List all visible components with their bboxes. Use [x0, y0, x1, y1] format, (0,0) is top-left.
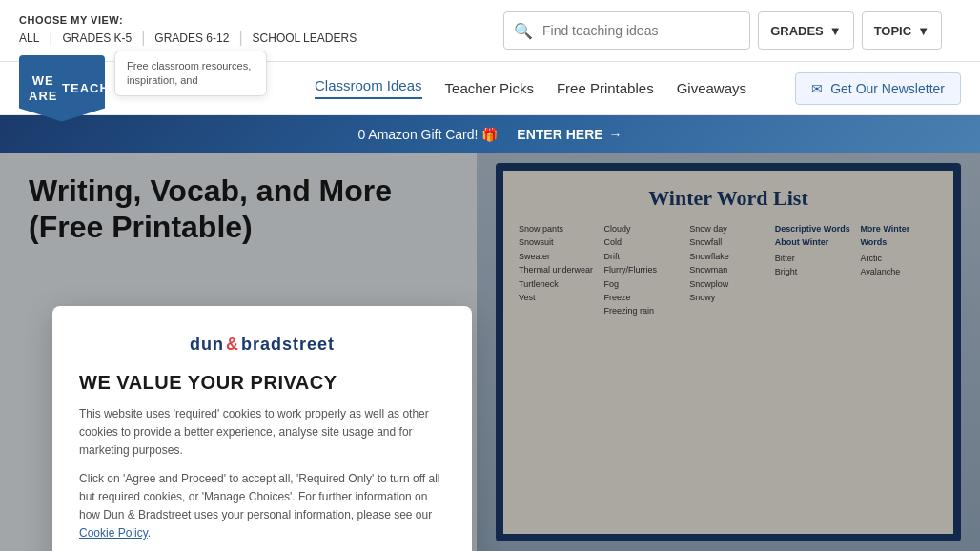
nav-free-printables[interactable]: Free Printables: [557, 80, 654, 96]
logo-area: WE ARE TEACHERS Free classroom resources…: [19, 55, 105, 122]
choose-links: ALL | GRADES K-5 | GRADES 6-12 | SCHOOL …: [19, 30, 357, 47]
search-icon: 🔍: [504, 22, 542, 40]
search-box: 🔍: [503, 11, 750, 50]
modal-body-1: This website uses 'required' cookies to …: [79, 405, 445, 460]
modal-brand: dun&bradstreet: [79, 335, 445, 355]
modal-title: WE VALUE YOUR PRIVACY: [79, 372, 445, 394]
view-all-link[interactable]: ALL: [19, 31, 39, 45]
header-left: CHOOSE MY VIEW: ALL | GRADES K-5 | GRADE…: [19, 14, 357, 47]
content-area: Writing, Vocab, and More (Free Printable…: [0, 153, 980, 551]
grades-button[interactable]: GRADES ▼: [758, 11, 854, 50]
view-school-leaders-link[interactable]: SCHOOL LEADERS: [253, 31, 357, 45]
search-input[interactable]: [542, 23, 749, 38]
email-icon: ✉: [811, 81, 823, 96]
banner-text: 0 Amazon Gift Card! 🎁: [357, 127, 498, 142]
nav-giveaways[interactable]: Giveaways: [677, 80, 746, 96]
promo-banner: 0 Amazon Gift Card! 🎁 ENTER HERE →: [0, 115, 980, 153]
arrow-icon: →: [609, 127, 623, 142]
cookie-policy-link[interactable]: Cookie Policy: [79, 526, 148, 540]
enter-here-button[interactable]: ENTER HERE →: [517, 127, 622, 142]
nav-classroom-ideas[interactable]: Classroom Ideas: [315, 77, 422, 99]
cookie-modal: dun&bradstreet WE VALUE YOUR PRIVACY Thi…: [52, 306, 472, 551]
chevron-down-icon: ▼: [917, 24, 929, 38]
newsletter-button[interactable]: ✉ Get Our Newsletter: [795, 72, 961, 105]
chevron-down-icon: ▼: [829, 24, 842, 38]
brand-name: dun&bradstreet: [190, 335, 335, 355]
nav-bar: WE ARE TEACHERS Free classroom resources…: [0, 62, 980, 115]
view-k5-link[interactable]: GRADES K-5: [63, 31, 133, 45]
modal-body-2: Click on 'Agree and Proceed' to accept a…: [79, 470, 445, 543]
nav-links: Classroom Ideas Teacher Picks Free Print…: [315, 77, 746, 99]
view-6-12-link[interactable]: GRADES 6-12: [154, 31, 229, 45]
choose-label: CHOOSE MY VIEW:: [19, 14, 357, 26]
topic-button[interactable]: TOPIC ▼: [862, 11, 942, 50]
tooltip-bubble: Free classroom resources, inspiration, a…: [114, 51, 267, 97]
site-logo[interactable]: WE ARE TEACHERS: [19, 55, 105, 122]
search-area: 🔍 GRADES ▼ TOPIC ▼: [503, 11, 942, 50]
nav-teacher-picks[interactable]: Teacher Picks: [445, 80, 534, 96]
modal-overlay: dun&bradstreet WE VALUE YOUR PRIVACY Thi…: [0, 153, 980, 551]
